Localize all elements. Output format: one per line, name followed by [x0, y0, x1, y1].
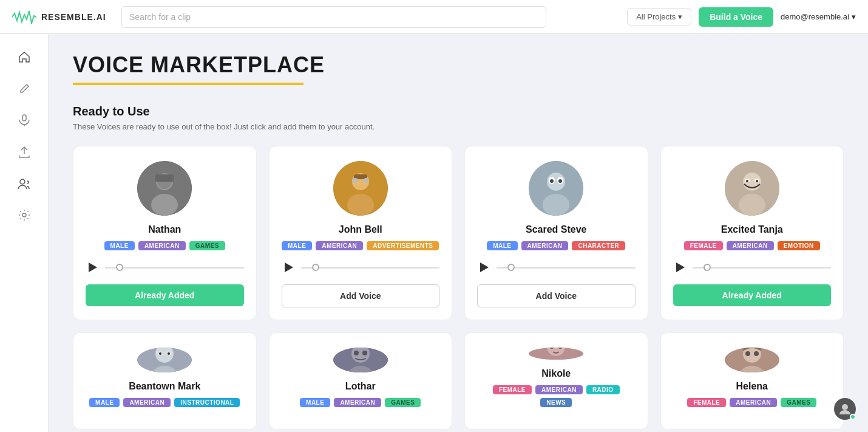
tag-male-lo: MALE [300, 398, 330, 407]
section-title: Ready to Use [73, 105, 844, 118]
tags-excitedtanja: FEMALE AMERICAN EMOTION [684, 241, 820, 250]
add-voice-button-ss[interactable]: Add Voice [477, 284, 636, 307]
voice-name-helena: Helena [736, 381, 768, 392]
tag-news-ni: NEWS [540, 398, 572, 407]
svg-point-3 [22, 213, 26, 217]
svg-point-14 [363, 178, 369, 183]
already-added-button-nathan[interactable]: Already Added [86, 284, 244, 306]
search-bar[interactable] [121, 6, 546, 28]
sidebar-item-users[interactable] [11, 170, 38, 197]
voice-card-beantownmark: Beantown Mark MALE AMERICAN INSTRUCTIONA… [73, 332, 257, 430]
chevron-down-icon: ▾ [678, 12, 682, 21]
svg-point-27 [746, 180, 748, 182]
tag-american-he: AMERICAN [730, 398, 777, 407]
tags-johnbell: MALE AMERICAN ADVERTISEMENTS [282, 241, 439, 250]
tag-advertisements-jb: ADVERTISEMENTS [367, 241, 439, 250]
title-underline [73, 83, 303, 85]
user-icon [838, 402, 852, 416]
audio-track-nathan[interactable] [105, 267, 244, 269]
tag-male: MALE [104, 241, 135, 250]
avatar-helena [725, 348, 779, 372]
voice-name-johnbell: John Bell [339, 224, 382, 235]
voice-cards-row2: Beantown Mark MALE AMERICAN INSTRUCTIONA… [73, 332, 844, 430]
online-indicator [850, 414, 856, 420]
tag-american: AMERICAN [138, 241, 186, 250]
all-projects-button[interactable]: All Projects ▾ [627, 8, 691, 26]
tag-american-ss: AMERICAN [521, 241, 569, 250]
svg-point-13 [352, 178, 358, 183]
play-button-et[interactable] [673, 260, 688, 275]
tag-male-bm: MALE [89, 398, 120, 407]
already-added-button-et[interactable]: Already Added [673, 284, 832, 306]
tag-american-jb: AMERICAN [316, 241, 363, 250]
svg-point-24 [739, 194, 765, 216]
section-desc: These Voices are ready to use out of the… [73, 122, 844, 131]
svg-point-17 [543, 194, 569, 216]
voice-card-nathan: Nathan MALE AMERICAN GAMES Already Added [73, 146, 257, 320]
tag-female-et: FEMALE [684, 241, 723, 250]
svg-point-39 [354, 351, 359, 355]
svg-point-35 [168, 352, 170, 355]
sidebar [0, 34, 49, 432]
header: RESEMBLE.AI All Projects ▾ Build a Voice… [0, 0, 868, 34]
voice-cards-row1: Nathan MALE AMERICAN GAMES Already Added [73, 146, 844, 320]
voice-card-helena: Helena FEMALE AMERICAN GAMES [660, 332, 844, 430]
voice-name-nikole: Nikole [541, 368, 571, 379]
avatar-nathan [137, 161, 192, 216]
sidebar-item-mic[interactable] [11, 107, 38, 134]
add-voice-button-jb[interactable]: Add Voice [282, 284, 440, 307]
sidebar-item-settings[interactable] [11, 202, 38, 228]
tag-character-ss: CHARACTER [572, 241, 625, 250]
sidebar-item-upload[interactable] [11, 139, 38, 165]
sidebar-item-home[interactable] [11, 44, 38, 70]
page-title: VOICE MARKETPLACE [73, 52, 844, 78]
svg-point-11 [347, 194, 374, 216]
audio-player-jb [282, 260, 440, 275]
audio-player-et [673, 260, 832, 275]
voice-card-nikole: Nikole FEMALE AMERICAN RADIO NEWS [464, 332, 648, 430]
build-voice-button[interactable]: Build a Voice [699, 7, 773, 27]
svg-point-50 [754, 351, 759, 356]
tags-nathan: MALE AMERICAN GAMES [104, 241, 225, 250]
play-button-nathan[interactable] [86, 260, 100, 275]
svg-rect-0 [22, 115, 26, 121]
svg-point-21 [558, 179, 562, 183]
avatar-lothar [333, 348, 388, 372]
svg-point-40 [362, 351, 367, 355]
tag-radio-ni: RADIO [586, 385, 620, 394]
voice-name-nathan: Nathan [148, 224, 181, 235]
tag-emotion-et: EMOTION [778, 241, 820, 250]
voice-card-excitedtanja: Excited Tanja FEMALE AMERICAN EMOTION Al… [660, 146, 844, 320]
user-menu[interactable]: demo@resemble.ai ▾ [781, 12, 856, 21]
play-button-jb[interactable] [282, 260, 296, 275]
svg-point-49 [745, 351, 750, 356]
user-avatar-corner[interactable] [834, 398, 856, 420]
avatar-nikole [529, 348, 583, 360]
tag-male-jb: MALE [282, 241, 312, 250]
svg-point-28 [756, 180, 758, 182]
logo-text: RESEMBLE.AI [41, 12, 106, 22]
search-input[interactable] [121, 6, 546, 28]
sidebar-item-edit[interactable] [11, 75, 38, 102]
voice-card-johnbell: John Bell MALE AMERICAN ADVERTISEMENTS A… [269, 146, 453, 320]
audio-track-ss[interactable] [497, 267, 636, 269]
play-button-ss[interactable] [477, 260, 492, 275]
svg-point-6 [151, 194, 178, 216]
svg-point-2 [20, 179, 25, 184]
logo-icon [12, 10, 36, 24]
avatar-beantownmark [137, 348, 192, 372]
avatar-johnbell [333, 161, 388, 216]
tags-nikole: FEMALE AMERICAN RADIO NEWS [477, 385, 636, 407]
svg-point-51 [842, 404, 848, 410]
avatar-scaredsteve [529, 161, 583, 216]
audio-player-nathan [86, 260, 244, 275]
tag-games-lo: GAMES [385, 398, 421, 407]
audio-track-jb[interactable] [301, 267, 440, 269]
tag-instructional-bm: INSTRUCTIONAL [174, 398, 240, 407]
svg-point-34 [159, 352, 161, 355]
svg-rect-8 [155, 174, 174, 182]
tag-american-et: AMERICAN [727, 241, 774, 250]
svg-point-20 [550, 179, 554, 183]
tag-american-bm: AMERICAN [123, 398, 171, 407]
audio-track-et[interactable] [693, 267, 832, 269]
